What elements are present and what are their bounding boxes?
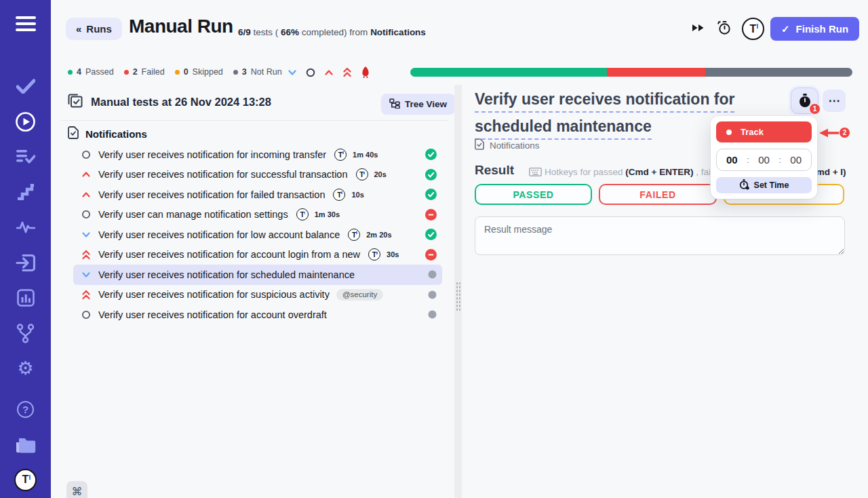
menu-icon[interactable] — [14, 14, 37, 34]
time-input[interactable]: 00 : 00 : 00 — [716, 149, 812, 171]
notrun-count: 3Not Run — [233, 67, 282, 77]
help-icon[interactable]: ? — [14, 399, 37, 419]
status-summary: 4Passed 2Failed 0Skipped 3Not Run — [68, 67, 282, 77]
suite-folder[interactable]: Notifications — [68, 126, 147, 141]
bar-chart-icon[interactable] — [14, 288, 37, 308]
test-row[interactable]: Verify user receives notification for in… — [73, 145, 442, 165]
status-passed-icon — [425, 149, 437, 160]
test-row[interactable]: Verify user receives notification for fa… — [73, 185, 442, 205]
app-logo-icon[interactable]: T — [14, 470, 37, 490]
test-title: Verify user receives notification for ac… — [98, 249, 360, 260]
test-tag: @security — [336, 289, 383, 301]
record-dot-icon — [726, 130, 732, 135]
pulse-icon[interactable] — [14, 217, 37, 237]
priority-critical-icon — [81, 250, 91, 260]
progress-passed-segment — [410, 68, 607, 77]
minutes-value[interactable]: 00 — [758, 154, 770, 166]
source-badge-icon: T — [334, 149, 347, 161]
priority-high-icon — [81, 191, 91, 198]
source-badge-icon: T — [348, 229, 360, 241]
priority-critical-filter-icon[interactable] — [342, 67, 352, 77]
back-to-runs-button[interactable]: « Runs — [66, 18, 122, 40]
panel-divider — [61, 120, 448, 121]
run-progress-bar — [410, 68, 852, 77]
passed-button[interactable]: PASSED — [475, 184, 592, 205]
gear-icon[interactable]: ⚙ — [14, 358, 37, 379]
status-failed-icon — [425, 249, 437, 261]
passed-count: 4Passed — [68, 67, 114, 77]
status-passed-icon — [425, 189, 437, 200]
seconds-value[interactable]: 00 — [790, 154, 802, 166]
command-icon: ⌘ — [72, 485, 83, 498]
test-row[interactable]: Verify user receives notification for sc… — [73, 265, 442, 285]
finish-run-button[interactable]: ✓ Finish Run — [770, 17, 859, 41]
timer-history-icon[interactable] — [717, 20, 732, 38]
status-passed-icon — [425, 169, 437, 180]
test-row[interactable]: Verify user receives notification for lo… — [73, 225, 442, 245]
hotkeys-shortcut-button[interactable]: ⌘ — [66, 481, 87, 498]
priority-high-filter-icon[interactable] — [324, 69, 334, 76]
list-check-icon[interactable] — [14, 147, 37, 167]
test-duration: 1m 30s — [315, 210, 340, 218]
priority-normal-filter-icon[interactable] — [306, 68, 315, 77]
folder-icon[interactable] — [14, 434, 37, 455]
track-button[interactable]: Track — [716, 121, 812, 142]
login-icon[interactable] — [14, 252, 37, 273]
priority-low-filter-icon[interactable] — [288, 69, 297, 76]
play-run-icon[interactable] — [14, 111, 37, 132]
run-progress-subtitle: 6/9 tests ( 66% completed) from Notifica… — [238, 27, 426, 37]
result-message-input[interactable] — [475, 216, 845, 255]
source-badge-icon: T — [356, 168, 368, 180]
file-check-icon — [68, 126, 79, 141]
test-row[interactable]: Verify user can manage notification sett… — [73, 205, 442, 225]
run-title: Manual tests at 26 Nov 2024 13:28 — [91, 96, 271, 109]
priority-low-icon — [81, 231, 91, 238]
priority-normal-icon — [81, 150, 91, 159]
hours-value[interactable]: 00 — [726, 154, 738, 166]
stopwatch-gear-icon — [739, 179, 749, 192]
splitter-grip-icon[interactable] — [456, 282, 461, 311]
annotation-badge-2: 2 — [839, 127, 850, 138]
status-notrun-icon — [428, 310, 437, 319]
user-avatar[interactable]: T — [742, 18, 764, 40]
failed-dot-icon — [124, 70, 129, 75]
branch-icon[interactable] — [14, 323, 37, 343]
failed-button[interactable]: FAILED — [599, 184, 717, 205]
test-title: Verify user receives notification for lo… — [98, 229, 340, 240]
test-duration: 2m 20s — [366, 231, 391, 239]
test-title: Verify user receives notification for sc… — [98, 269, 355, 280]
priority-critical-icon — [81, 290, 91, 300]
priority-high-icon — [81, 171, 91, 178]
page-title: Manual Run — [129, 16, 233, 37]
run-header: Manual tests at 26 Nov 2024 13:28 — [68, 94, 271, 111]
more-actions-button[interactable]: ⋯ — [823, 90, 846, 112]
test-title: Verify user receives notification for su… — [98, 169, 348, 180]
test-title: Verify user receives notification for su… — [98, 289, 330, 300]
set-time-button[interactable]: Set Time — [716, 177, 812, 193]
status-failed-icon — [425, 209, 437, 221]
test-title: Verify user receives notification for fa… — [98, 189, 325, 200]
test-row[interactable]: Verify user receives notification for su… — [73, 165, 442, 185]
check-icon[interactable] — [14, 76, 37, 96]
priority-low-icon — [81, 271, 91, 278]
panel-splitter[interactable] — [454, 85, 462, 498]
test-title: Verify user receives notification for in… — [98, 149, 326, 160]
skipped-dot-icon — [175, 70, 180, 75]
fast-forward-icon[interactable] — [692, 22, 705, 35]
test-row[interactable]: Verify user receives notification for su… — [73, 285, 442, 305]
priority-normal-icon — [81, 310, 91, 320]
rocket-icon[interactable] — [361, 66, 370, 78]
steps-icon[interactable] — [14, 182, 37, 202]
tree-view-button[interactable]: Tree View — [381, 94, 455, 115]
tree-icon — [389, 98, 400, 111]
breadcrumb[interactable]: Notifications — [475, 138, 540, 152]
test-row[interactable]: Verify user receives notification for ac… — [73, 305, 442, 325]
back-to-runs-label: Runs — [86, 23, 112, 35]
skipped-count: 0Skipped — [175, 67, 223, 77]
test-row[interactable]: Verify user receives notification for ac… — [73, 245, 442, 265]
ellipsis-icon: ⋯ — [829, 94, 840, 108]
status-passed-icon — [425, 229, 437, 240]
test-title: Verify user can manage notification sett… — [98, 209, 288, 220]
time-tracking-popup: Track 00 : 00 : 00 Set Time — [711, 116, 817, 199]
sidebar: ⚙ ? T — [0, 0, 51, 498]
